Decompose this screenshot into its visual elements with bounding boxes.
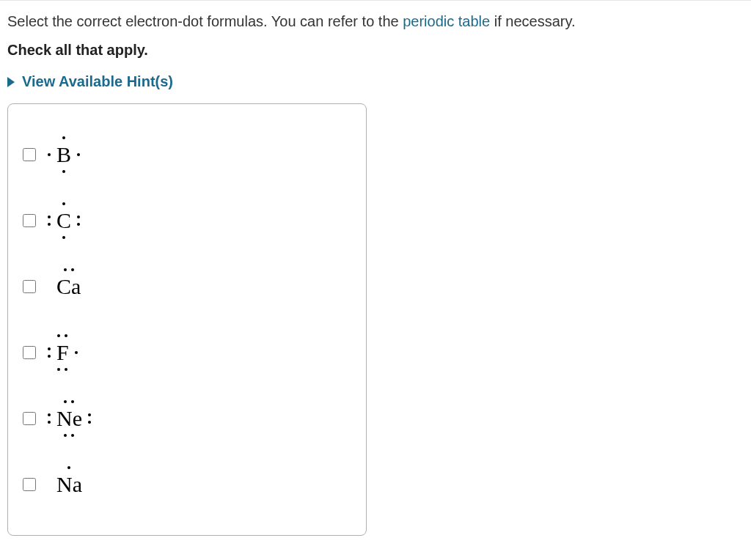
- option-checkbox-ca[interactable]: [23, 280, 36, 293]
- electron-dot-icon: [88, 413, 91, 416]
- electron-dot-icon: [67, 466, 70, 469]
- electron-dot-icon: [57, 368, 60, 371]
- option-row: Na: [23, 452, 354, 517]
- electron-dot-icon: [62, 136, 65, 139]
- periodic-table-link[interactable]: periodic table: [403, 13, 490, 29]
- electron-dot-icon: [64, 400, 67, 403]
- lewis-structure-c: C: [56, 210, 71, 232]
- electron-dot-icon: [48, 153, 51, 156]
- option-row: Ne: [23, 386, 354, 452]
- electron-dot-icon: [75, 351, 78, 354]
- electron-dot-icon: [71, 400, 74, 403]
- electron-dot-icon: [64, 434, 67, 437]
- option-checkbox-c[interactable]: [23, 214, 36, 227]
- electron-dot-icon: [48, 355, 51, 358]
- check-all-label: Check all that apply.: [7, 42, 744, 59]
- electron-dot-icon: [62, 236, 65, 239]
- triangle-right-icon: [7, 77, 15, 87]
- electron-dot-icon: [77, 215, 80, 218]
- lewis-structure-b: B: [56, 144, 71, 166]
- electron-dot-icon: [88, 421, 91, 424]
- option-checkbox-ne[interactable]: [23, 412, 36, 425]
- electron-dot-icon: [62, 170, 65, 173]
- option-row: C: [23, 188, 354, 254]
- hints-label: View Available Hint(s): [22, 73, 173, 90]
- electron-dot-icon: [71, 268, 74, 271]
- element-symbol: F: [56, 342, 69, 364]
- electron-dot-icon: [64, 268, 67, 271]
- lewis-structure-f: F: [56, 342, 69, 364]
- question-content: Select the correct electron-dot formulas…: [0, 1, 751, 543]
- instruction-prefix: Select the correct electron-dot formulas…: [7, 13, 403, 29]
- electron-dot-icon: [65, 368, 67, 371]
- element-symbol: Na: [56, 474, 82, 495]
- lewis-structure-na: Na: [56, 474, 82, 495]
- option-row: F: [23, 320, 354, 386]
- option-row: Ca: [23, 254, 354, 320]
- electron-dot-icon: [65, 334, 67, 337]
- element-symbol: Ne: [56, 408, 82, 430]
- instruction-text: Select the correct electron-dot formulas…: [7, 11, 744, 32]
- electron-dot-icon: [57, 334, 60, 337]
- option-checkbox-b[interactable]: [23, 148, 36, 161]
- electron-dot-icon: [48, 421, 51, 424]
- option-checkbox-f[interactable]: [23, 346, 36, 359]
- electron-dot-icon: [71, 434, 74, 437]
- electron-dot-icon: [48, 215, 51, 218]
- electron-dot-icon: [77, 153, 80, 156]
- electron-dot-icon: [48, 223, 51, 226]
- options-container: B C Ca: [7, 103, 367, 536]
- electron-dot-icon: [48, 347, 51, 350]
- electron-dot-icon: [77, 223, 80, 226]
- view-hints-toggle[interactable]: View Available Hint(s): [7, 73, 744, 90]
- lewis-structure-ca: Ca: [56, 276, 81, 298]
- electron-dot-icon: [48, 413, 51, 416]
- element-symbol: Ca: [56, 276, 81, 298]
- lewis-structure-ne: Ne: [56, 408, 82, 430]
- instruction-suffix: if necessary.: [490, 13, 575, 29]
- option-row: B: [23, 122, 354, 188]
- element-symbol: C: [56, 210, 71, 232]
- element-symbol: B: [56, 144, 71, 166]
- electron-dot-icon: [62, 202, 65, 205]
- option-checkbox-na[interactable]: [23, 478, 36, 491]
